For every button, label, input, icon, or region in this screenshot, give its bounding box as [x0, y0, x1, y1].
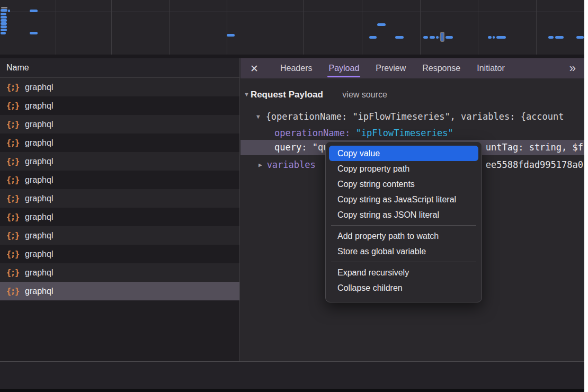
payload-root-preview: {operationName: "ipFlowTimeseries", vari… [266, 111, 564, 122]
request-name-label: graphql [25, 287, 53, 296]
detail-tab-bar: ✕ HeadersPayloadPreviewResponseInitiator… [240, 58, 584, 78]
overview-gridline [420, 0, 421, 55]
request-name-label: graphql [25, 268, 53, 278]
context-menu: Copy valueCopy property pathCopy string … [325, 141, 482, 302]
json-braces-icon: {;} [6, 83, 19, 92]
list-item[interactable]: {;}graphql [0, 226, 239, 245]
json-braces-icon: {;} [6, 250, 19, 259]
list-item[interactable]: {;}graphql [0, 282, 239, 300]
network-overview-strip[interactable] [0, 0, 584, 55]
expand-triangle-icon[interactable]: ▼ [256, 110, 260, 124]
menu-item-copy-string-as-json-literal[interactable]: Copy string as JSON literal [326, 207, 482, 222]
overview-gridline [478, 0, 478, 55]
property-key-and-value: query: "qu [274, 142, 328, 153]
request-name-label: graphql [25, 120, 53, 129]
collapse-triangle-icon[interactable]: ▼ [244, 87, 250, 101]
tab-label: Preview [376, 64, 406, 73]
json-braces-icon: {;} [6, 194, 19, 203]
json-braces-icon: {;} [6, 268, 19, 278]
list-item[interactable]: {;}graphql [0, 152, 239, 171]
tab-label: Response [422, 64, 460, 73]
active-tab-underline [327, 76, 360, 77]
waterfall-bar [446, 36, 453, 39]
list-item[interactable]: {;}graphql [0, 78, 239, 96]
tab-initiator[interactable]: Initiator [477, 58, 504, 78]
close-icon[interactable]: ✕ [250, 63, 264, 75]
payload-root-node[interactable]: ▼{operationName: "ipFlowTimeseries", var… [256, 109, 564, 124]
devtools-network-panel: Name {;}graphql{;}graphql{;}graphql{;}gr… [0, 0, 584, 392]
waterfall-bar [436, 36, 439, 39]
request-payload-section[interactable]: ▼Request Payload view source [244, 87, 387, 101]
waterfall-bar [30, 32, 38, 34]
list-item[interactable]: {;}graphql [0, 133, 239, 152]
overview-gridline-horizontal [0, 12, 584, 12]
waterfall-bar [1, 29, 7, 31]
menu-item-copy-string-as-javascript-literal[interactable]: Copy string as JavaScript literal [326, 192, 482, 207]
request-name-label: graphql [25, 138, 53, 148]
overview-gridline [536, 0, 537, 55]
list-item[interactable]: {;}graphql [0, 96, 239, 115]
json-braces-icon: {;} [6, 101, 19, 111]
waterfall-bar [1, 22, 7, 25]
request-name-label: graphql [25, 175, 53, 185]
waterfall-bar [227, 34, 235, 37]
tab-payload[interactable]: Payload [328, 58, 359, 78]
request-name-label: graphql [25, 194, 53, 203]
more-tabs-icon[interactable]: » [569, 61, 584, 75]
list-item[interactable]: {;}graphql [0, 171, 239, 189]
waterfall-bar [555, 36, 564, 39]
menu-item-copy-value[interactable]: Copy value [329, 146, 478, 161]
tab-response[interactable]: Response [422, 58, 460, 78]
column-header-name[interactable]: Name [0, 58, 239, 78]
request-name-label: graphql [25, 157, 53, 166]
section-title: Request Payload [251, 90, 323, 100]
waterfall-bar [548, 36, 554, 39]
overview-gridline [227, 0, 227, 55]
waterfall-bar [488, 36, 492, 39]
waterfall-bar [369, 36, 377, 39]
list-item[interactable]: {;}graphql [0, 245, 239, 263]
payload-operation-name-row[interactable]: operationName: "ipFlowTimeseries" [274, 126, 453, 140]
waterfall-bar [395, 36, 404, 39]
request-table: Name {;}graphql{;}graphql{;}graphql{;}gr… [0, 58, 240, 361]
tab-label: Headers [280, 64, 312, 73]
property-value: "ipFlowTimeseries" [356, 128, 453, 138]
overview-bottom-band [0, 55, 584, 58]
tab-headers[interactable]: Headers [280, 58, 312, 78]
waterfall-bar [430, 36, 435, 39]
json-braces-icon: {;} [6, 138, 19, 148]
list-item[interactable]: {;}graphql [0, 208, 239, 226]
waterfall-bar [30, 10, 38, 12]
menu-item-add-property-path-to-watch[interactable]: Add property path to watch [326, 228, 482, 244]
property-key: operationName: [274, 128, 350, 138]
waterfall-bar [1, 25, 7, 28]
view-source-link[interactable]: view source [342, 90, 387, 99]
overview-gridline [111, 0, 112, 55]
menu-item-copy-string-contents[interactable]: Copy string contents [326, 176, 482, 192]
menu-separator [331, 225, 476, 226]
list-item[interactable]: {;}graphql [0, 263, 239, 282]
waterfall-event-tick [440, 32, 444, 42]
overview-gridline [303, 0, 304, 55]
query-value-clipped-fragment: untTag: string, $f [486, 140, 583, 155]
json-braces-icon: {;} [6, 120, 19, 129]
waterfall-bar [1, 13, 6, 15]
summary-bar [0, 362, 584, 389]
menu-item-collapse-children[interactable]: Collapse children [326, 280, 482, 296]
request-name-label: graphql [25, 83, 53, 92]
list-item[interactable]: {;}graphql [0, 189, 239, 208]
list-item[interactable]: {;}graphql [0, 115, 239, 133]
overview-gridline [56, 0, 56, 55]
window-bottom-edge [0, 389, 584, 392]
menu-item-expand-recursively[interactable]: Expand recursively [326, 265, 482, 280]
request-name-label: graphql [25, 101, 53, 111]
waterfall-bar [576, 36, 584, 39]
waterfall-bar [1, 16, 7, 19]
expand-triangle-icon[interactable]: ▶ [259, 158, 262, 173]
tab-preview[interactable]: Preview [376, 58, 406, 78]
menu-item-store-as-global-variable[interactable]: Store as global variable [326, 244, 482, 259]
menu-item-copy-property-path[interactable]: Copy property path [326, 161, 482, 176]
waterfall-bar [8, 10, 10, 12]
tab-label: Initiator [477, 64, 504, 73]
json-braces-icon: {;} [6, 175, 19, 185]
